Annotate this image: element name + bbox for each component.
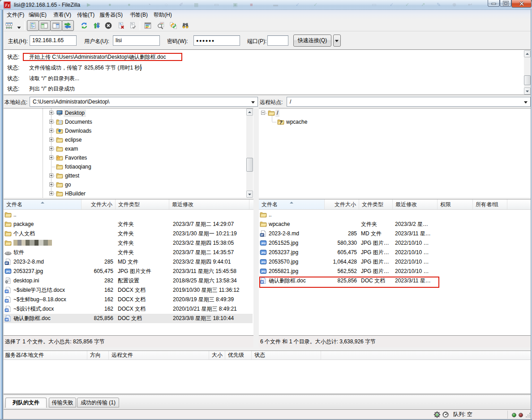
tree-item-root[interactable]: / [259, 108, 531, 117]
local-file-row[interactable]: W~$设计模式.docx162DOCX 文档2020/10/21 星期三 8:4… [4, 304, 253, 314]
remote-file-row[interactable]: wpcache文件夹2023/3/2 星… [259, 220, 531, 229]
menu-item-1[interactable]: 文件(F) [4, 10, 27, 20]
local-column-header[interactable]: 文件类型 [116, 199, 169, 209]
queue-column-header[interactable]: 远程文件 [109, 351, 209, 359]
menu-item-6[interactable]: 书签(B) [127, 10, 151, 20]
reconnect-icon[interactable] [129, 22, 136, 29]
tree-item-gittest[interactable]: gittest [4, 171, 253, 180]
remote-file-row[interactable]: .. [259, 210, 531, 220]
local-file-row[interactable]: M2023-2-8.md285MD 文件2023/3/2 星期四 9:44:01 [4, 257, 253, 267]
queue-column-header[interactable]: 方向 [87, 351, 109, 359]
ghost-icon: ✐ [179, 2, 183, 8]
expand-plus-icon[interactable] [49, 129, 53, 133]
expand-plus-icon[interactable] [49, 191, 53, 195]
remotetree-toggle-icon[interactable] [50, 20, 62, 31]
remote-file-row[interactable]: JPG2055821.jpg562,552JPG 图片…2022/10/10 … [259, 267, 531, 276]
local-file-row[interactable]: JPG2053237.jpg605,475JPG 图片文件2023/3/11 星… [4, 267, 253, 276]
disconnect-icon[interactable] [117, 22, 124, 29]
logview-toggle-icon[interactable] [27, 20, 39, 31]
tree-item-hbuilder[interactable]: HBuilder [4, 189, 253, 198]
local-file-row[interactable]: W确认删除框.doc825,856DOC 文档2023/3/8 星期三 18:1… [4, 314, 253, 323]
queue-column-header[interactable]: 优先级 [225, 351, 252, 359]
remote-column-header[interactable]: 最近修改 [393, 199, 438, 209]
queue-column-header[interactable]: 大小 [209, 351, 225, 359]
tab-failed-transfers[interactable]: 传输失败 [49, 398, 76, 407]
menu-item-2[interactable]: 编辑(E) [26, 10, 50, 20]
remote-file-row[interactable]: M2023-2-8.md285MD 文件2023/3/11 星… [259, 229, 531, 238]
tree-item-desktop[interactable]: Desktop [4, 108, 253, 117]
compare-icon[interactable] [157, 22, 164, 29]
expand-plus-icon[interactable] [49, 111, 53, 115]
menu-item-5[interactable]: 服务器(S) [96, 10, 126, 20]
menu-item-3[interactable]: 查看(V) [50, 10, 74, 20]
tree-item-go[interactable]: go [4, 180, 253, 189]
queue-column-header[interactable]: 服务器/本地文件 [4, 351, 87, 359]
expand-plus-icon[interactable] [49, 156, 53, 160]
local-site-combo[interactable]: C:\Users\Administrator\Desktop\ [30, 97, 258, 107]
remote-column-header[interactable]: 所有者/组 [473, 199, 507, 209]
close-button[interactable] [511, 0, 532, 8]
tree-item-exam[interactable]: exam [4, 144, 253, 153]
remote-site-combo[interactable]: / [287, 97, 531, 107]
minimize-button[interactable] [488, 0, 500, 7]
refresh-icon[interactable] [81, 22, 88, 29]
local-file-row[interactable]: W~$生鲜bug--8.18.docx162DOCX 文档2020/8/19 星… [4, 295, 253, 304]
cancel-icon[interactable] [105, 22, 112, 29]
local-file-row[interactable]: package文件夹2023/3/7 星期二 14:29:07 [4, 220, 253, 229]
tree-item-downloads[interactable]: Downloads [4, 126, 253, 135]
expand-plus-icon[interactable] [49, 138, 53, 142]
local-column-header[interactable]: 最近修改 [169, 199, 249, 209]
password-input[interactable]: ●●●●●● [193, 35, 240, 46]
desktop-icon [56, 109, 63, 117]
tree-item-favorites[interactable]: Favorites [4, 153, 253, 162]
remote-file-row[interactable]: JPG2051525.jpg580,330JPG 图片…2022/10/10 … [259, 238, 531, 248]
site-manager-dropdown-icon[interactable] [17, 24, 21, 30]
collapse-minus-icon[interactable] [261, 111, 265, 115]
transfer-mode-gear-icon[interactable]: A [433, 411, 441, 418]
local-file-type: JPG 图片文件 [116, 267, 169, 276]
username-input[interactable]: lisi [113, 35, 160, 46]
quickconnect-button[interactable]: 快速连接(Q) [293, 35, 331, 47]
tree-item-fotiaoqiang[interactable]: fotiaoqiang [4, 162, 253, 171]
local-file-row[interactable]: .. [4, 210, 253, 220]
log-scrollbar[interactable] [524, 50, 531, 95]
local-file-row[interactable]: 个人文档文件夹2023/1/30 星期一 10:21:19 [4, 229, 253, 238]
queue-column-header[interactable]: 状态 [252, 351, 321, 359]
process-queue-icon[interactable] [93, 22, 100, 29]
log-scroll-thumb[interactable] [524, 75, 531, 85]
expand-plus-icon[interactable] [49, 182, 53, 186]
menu-item-7[interactable]: 帮助(H) [150, 10, 175, 20]
remote-file-row[interactable]: JPG2053570.jpg1,064,428JPG 图片…2022/10/10… [259, 257, 531, 267]
log-scroll-down-icon[interactable] [524, 87, 531, 95]
site-manager-icon[interactable] [5, 22, 13, 29]
log-scroll-up-icon[interactable] [524, 50, 531, 57]
local-file-row[interactable]: desktop.ini282配置设置2018/8/25 星期六 13:58:34 [4, 276, 253, 286]
local-file-row[interactable]: W~$sible学习总结.docx162DOCX 文档2019/10/30 星期… [4, 286, 253, 295]
tab-successful-transfers[interactable]: 成功的传输 (1) [77, 398, 119, 407]
host-input[interactable]: 192.168.1.65 [30, 35, 77, 46]
menu-item-4[interactable]: 传输(T) [74, 10, 98, 20]
tree-item-wpcache[interactable]: ?wpcache [259, 117, 531, 126]
speed-limit-icon[interactable] [442, 411, 449, 418]
tree-item-documents[interactable]: Documents [4, 117, 253, 126]
local-column-header[interactable]: 文件大小 [82, 199, 116, 209]
sync-browse-icon[interactable] [170, 22, 177, 29]
remote-column-header[interactable]: 文件类型 [359, 199, 393, 209]
expand-plus-icon[interactable] [49, 120, 53, 124]
find-files-icon[interactable] [182, 22, 189, 29]
local-file-row[interactable]: 软件文件夹2023/3/7 星期二 14:35:57 [4, 248, 253, 257]
remote-column-header[interactable]: 文件大小 [325, 199, 359, 209]
tree-item-eclipse[interactable]: eclipse [4, 135, 253, 144]
localtree-toggle-icon[interactable] [39, 20, 51, 31]
port-input[interactable] [267, 35, 288, 46]
quickconnect-dropdown-button[interactable] [333, 35, 341, 47]
maximize-button[interactable] [500, 0, 511, 7]
queueview-toggle-icon[interactable] [62, 20, 74, 31]
tab-queued-files[interactable]: 列队的文件 [5, 398, 47, 408]
expand-plus-icon[interactable] [49, 173, 53, 178]
expand-plus-icon[interactable] [49, 147, 53, 151]
filter-icon[interactable] [144, 22, 151, 29]
remote-file-row[interactable]: JPG2053237.jpg605,475JPG 图片…2022/10/10 … [259, 248, 531, 257]
local-file-row[interactable]: 文件夹2023/3/2 星期四 15:38:05 [4, 238, 253, 248]
remote-column-header[interactable]: 权限 [438, 199, 473, 209]
